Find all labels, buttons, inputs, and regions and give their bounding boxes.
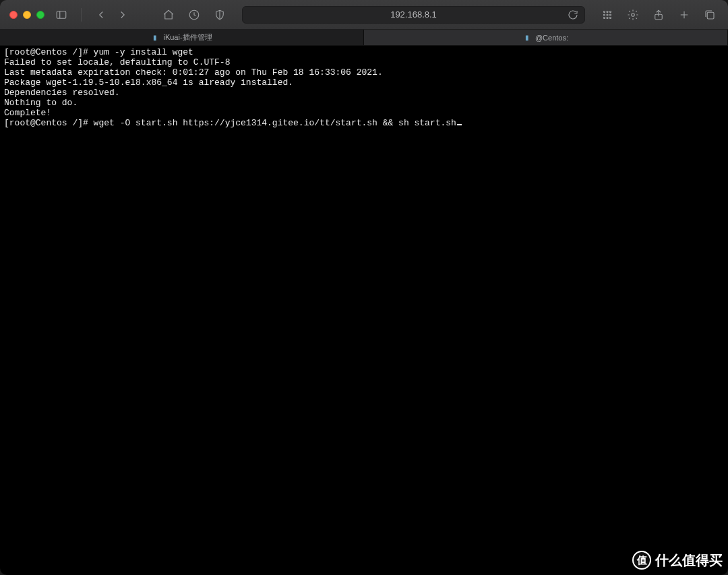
window-controls [9, 11, 44, 19]
terminal-cursor [457, 124, 462, 125]
back-button[interactable] [92, 7, 110, 22]
fullscreen-window-button[interactable] [36, 11, 44, 19]
svg-point-8 [609, 13, 611, 15]
browser-window: 192.168.8.1 [0, 0, 728, 575]
shield-icon [214, 9, 226, 21]
home-icon [162, 9, 175, 21]
sidebar-toggle-button[interactable] [53, 7, 70, 22]
settings-button[interactable] [624, 7, 642, 22]
svg-point-4 [607, 11, 608, 12]
nav-group [92, 7, 131, 22]
sidebar-icon [55, 9, 67, 21]
terminal-line: Complete! [4, 108, 51, 118]
svg-point-5 [609, 11, 611, 12]
minimize-window-button[interactable] [23, 11, 31, 19]
close-window-button[interactable] [9, 11, 18, 19]
chevron-right-icon [117, 9, 129, 21]
svg-rect-0 [57, 11, 66, 18]
terminal-output[interactable]: [root@Centos /]# yum -y install wget Fai… [0, 46, 728, 575]
address-text: 192.168.8.1 [390, 9, 437, 20]
share-button[interactable] [650, 7, 667, 22]
gear-icon [627, 9, 639, 21]
plus-icon [678, 9, 690, 21]
toolbar-right [599, 7, 719, 22]
svg-point-10 [607, 17, 608, 18]
terminal-line: Nothing to do. [4, 98, 78, 108]
share-icon [653, 9, 665, 21]
clock-icon [188, 9, 200, 21]
grid-icon [601, 9, 613, 21]
toolbar: 192.168.8.1 [0, 0, 728, 30]
favicon-icon: ▮ [523, 34, 531, 42]
svg-point-12 [632, 13, 635, 16]
svg-point-9 [603, 17, 605, 18]
tab-overview-button[interactable] [701, 7, 719, 22]
tabs-icon [704, 9, 716, 21]
privacy-report-button[interactable] [211, 7, 229, 22]
svg-rect-16 [707, 12, 714, 19]
favicon-icon: ▮ [151, 34, 159, 42]
tab-label: iKuai-插件管理 [163, 32, 212, 42]
address-bar[interactable]: 192.168.8.1 [242, 6, 585, 24]
svg-point-11 [609, 17, 611, 18]
history-button[interactable] [185, 7, 203, 22]
new-tab-button[interactable] [675, 7, 693, 22]
terminal-line: [root@Centos /]# yum -y install wget [4, 47, 193, 57]
terminal-line: Failed to set locale, defaulting to C.UT… [4, 57, 230, 67]
tab-strip: ▮ iKuai-插件管理 ▮ @Centos: [0, 30, 728, 46]
svg-point-3 [603, 11, 605, 12]
terminal-line: Package wget-1.19.5-10.el8.x86_64 is alr… [4, 78, 293, 88]
terminal-line: Last metadata expiration check: 0:01:27 … [4, 67, 383, 78]
tab-ikuai[interactable]: ▮ iKuai-插件管理 [0, 30, 364, 45]
tab-centos[interactable]: ▮ @Centos: [364, 30, 728, 45]
terminal-line: Dependencies resolved. [4, 88, 120, 98]
svg-point-7 [607, 13, 608, 15]
svg-point-6 [603, 13, 605, 15]
terminal-line: [root@Centos /]# wget -O start.sh https:… [4, 118, 456, 128]
forward-button[interactable] [114, 7, 131, 22]
tab-label: @Centos: [535, 34, 568, 42]
toolbar-separator [81, 8, 82, 22]
home-button[interactable] [160, 7, 177, 22]
reload-icon[interactable] [567, 9, 579, 21]
chevron-left-icon [95, 9, 107, 21]
start-page-button[interactable] [599, 7, 616, 22]
